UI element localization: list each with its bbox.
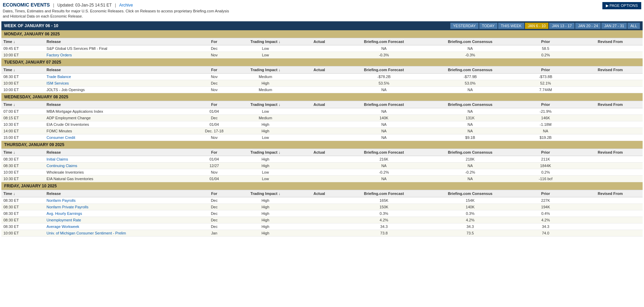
cell-bc-consensus: 4.2%: [427, 217, 513, 223]
col-header-time: Time ↓: [1, 149, 44, 156]
release-link[interactable]: Continuing Claims: [46, 164, 77, 168]
cell-for: Dec: [195, 217, 233, 223]
cell-prior: $19.2B: [513, 134, 578, 141]
cell-revised-from: [578, 197, 643, 204]
cell-revised-from: [578, 162, 643, 169]
col-header-bc_consensus: Briefing.com Consensus: [427, 38, 513, 45]
cell-bc-consensus: 218K: [427, 156, 513, 162]
cell-actual: [298, 169, 341, 175]
nav-btn-jan-6---10[interactable]: JAN 6 - 10: [525, 23, 548, 29]
cell-prior: 194K: [513, 204, 578, 210]
nav-btn-jan-27---31[interactable]: JAN 27 - 31: [601, 23, 627, 29]
cell-release[interactable]: Univ. of Michigan Consumer Sentiment - P…: [44, 230, 195, 236]
nav-buttons: YESTERDAYTODAYTHIS WEEKJAN 6 - 10JAN 13 …: [450, 23, 640, 29]
cell-prior: 0.4%: [513, 210, 578, 217]
release-link[interactable]: Nonfarm Private Payrolls: [46, 205, 88, 209]
col-header-for: For: [195, 101, 233, 108]
cell-time: 08:15 ET: [1, 114, 44, 121]
nav-btn-jan-20---24[interactable]: JAN 20 - 24: [575, 23, 601, 29]
release-link[interactable]: Unemployment Rate: [46, 218, 81, 222]
cell-prior: 7.744M: [513, 86, 578, 93]
cell-prior: 1844K: [513, 162, 578, 169]
cell-revised-from: [578, 156, 643, 162]
cell-for: Dec. 17-18: [195, 128, 233, 134]
cell-impact: Low: [233, 52, 298, 58]
cell-release[interactable]: Continuing Claims: [44, 162, 195, 169]
cell-release[interactable]: Nonfarm Payrolls: [44, 197, 195, 204]
cell-time: 10:00 ET: [1, 169, 44, 175]
events-table: Time ↓ReleaseForTrading Impact ↓ActualBr…: [1, 149, 643, 182]
cell-bc-consensus: NA: [427, 175, 513, 182]
cell-revised-from: [578, 175, 643, 182]
release-link[interactable]: Univ. of Michigan Consumer Sentiment - P…: [46, 231, 126, 235]
col-header-revised_from: Revised From: [578, 190, 643, 197]
cell-bc-forecast: NA: [341, 121, 427, 128]
col-header-for: For: [195, 190, 233, 197]
col-header-revised_from: Revised From: [578, 38, 643, 45]
cell-for: Dec: [195, 114, 233, 121]
cell-impact: High: [233, 210, 298, 217]
release-link[interactable]: Initial Claims: [46, 157, 68, 161]
nav-btn-this-week[interactable]: THIS WEEK: [498, 23, 525, 29]
cell-for: Nov: [195, 73, 233, 80]
release-link[interactable]: Factory Orders: [46, 53, 72, 57]
cell-release[interactable]: Consumer Credit: [44, 134, 195, 141]
col-header-bc_forecast: Briefing.com Forecast: [341, 66, 427, 73]
release-link[interactable]: Avg. Hourly Earnings: [46, 211, 82, 216]
table-row: 08:30 ETTrade BalanceNovMedium-$78.2B-$7…: [1, 73, 643, 80]
release-link[interactable]: ISM Services: [46, 81, 69, 85]
cell-bc-forecast: 0.3%: [341, 210, 427, 217]
col-header-for: For: [195, 38, 233, 45]
cell-revised-from: [578, 217, 643, 223]
col-header-bc_consensus: Briefing.com Consensus: [427, 101, 513, 108]
page-options-button[interactable]: ▶ PAGE OPTIONS: [602, 2, 641, 9]
top-bar-left: ECONOMIC EVENTS | Updated: 03-Jan-25 14:…: [3, 2, 602, 19]
col-header-prior: Prior: [513, 190, 578, 197]
cell-release[interactable]: Trade Balance: [44, 73, 195, 80]
release-link[interactable]: Average Workweek: [46, 224, 79, 229]
nav-btn-all[interactable]: ALL: [627, 23, 640, 29]
cell-actual: [298, 197, 341, 204]
cell-revised-from: [578, 134, 643, 141]
cell-prior: 58.5: [513, 45, 578, 52]
cell-bc-forecast: NA: [341, 86, 427, 93]
cell-bc-consensus: NA: [427, 162, 513, 169]
col-header-actual: Actual: [298, 149, 341, 156]
table-row: 10:00 ETWholesale InventoriesNovLow-0.2%…: [1, 169, 643, 175]
cell-release[interactable]: Nonfarm Private Payrolls: [44, 204, 195, 210]
events-table: Time ↓ReleaseForTrading Impact ↓ActualBr…: [1, 38, 643, 58]
release-link[interactable]: Nonfarm Payrolls: [46, 198, 75, 202]
cell-actual: [298, 175, 341, 182]
cell-for: 01/04: [195, 108, 233, 114]
archive-link[interactable]: Archive: [119, 3, 133, 8]
cell-release[interactable]: Avg. Hourly Earnings: [44, 210, 195, 217]
cell-bc-consensus: NA: [427, 128, 513, 134]
cell-bc-forecast: NA: [341, 134, 427, 141]
cell-for: Dec: [195, 204, 233, 210]
cell-release[interactable]: Unemployment Rate: [44, 217, 195, 223]
cell-bc-consensus: NA: [427, 86, 513, 93]
cell-release[interactable]: Average Workweek: [44, 223, 195, 230]
cell-release[interactable]: Initial Claims: [44, 156, 195, 162]
cell-for: Nov: [195, 86, 233, 93]
cell-prior: 52.1%: [513, 80, 578, 86]
table-row: 08:30 ETNonfarm PayrollsDecHigh165K154K2…: [1, 197, 643, 204]
week-label: WEEK OF JANUARY 06 - 10: [4, 23, 58, 28]
release-link[interactable]: Trade Balance: [46, 75, 71, 79]
cell-bc-consensus: -0.2%: [427, 169, 513, 175]
nav-btn-yesterday[interactable]: YESTERDAY: [450, 23, 479, 29]
nav-btn-jan-13---17[interactable]: JAN 13 - 17: [549, 23, 575, 29]
cell-revised-from: [578, 223, 643, 230]
cell-release[interactable]: Factory Orders: [44, 52, 195, 58]
top-bar: ECONOMIC EVENTS | Updated: 03-Jan-25 14:…: [0, 0, 644, 21]
day-header: WEDNESDAY, JANUARY 08 2025: [1, 93, 643, 101]
cell-bc-consensus: 0.3%: [427, 210, 513, 217]
nav-btn-today[interactable]: TODAY: [479, 23, 497, 29]
release-link[interactable]: Consumer Credit: [46, 135, 75, 140]
table-row: 14:00 ETFOMC MinutesDec. 17-18HighNANANA: [1, 128, 643, 134]
cell-impact: High: [233, 121, 298, 128]
cell-release: FOMC Minutes: [44, 128, 195, 134]
cell-release[interactable]: ISM Services: [44, 80, 195, 86]
cell-bc-forecast: -0.2%: [341, 169, 427, 175]
cell-bc-consensus: -0.3%: [427, 52, 513, 58]
